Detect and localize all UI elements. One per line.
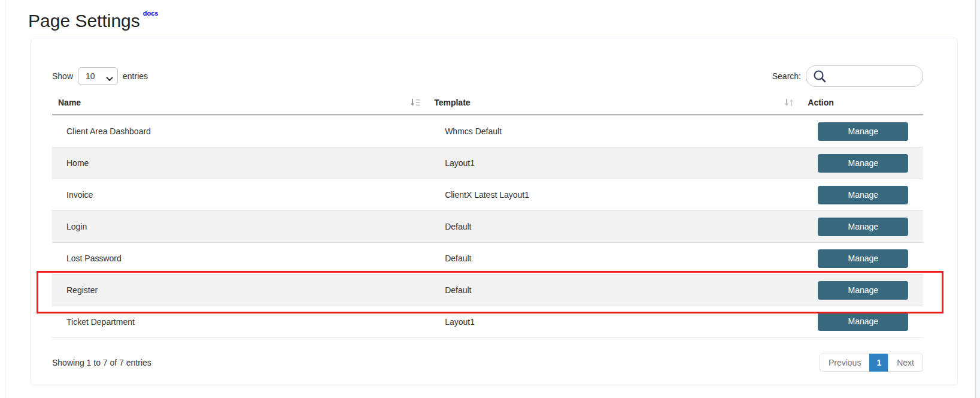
manage-button[interactable]: Manage xyxy=(818,122,908,141)
pages-table: Name Template xyxy=(52,91,923,337)
page-right-edge xyxy=(975,0,980,398)
table-footer: Showing 1 to 7 of 7 entries Previous 1 N… xyxy=(52,354,923,372)
manage-button[interactable]: Manage xyxy=(818,249,908,268)
show-label: Show xyxy=(52,71,73,81)
search-control: Search: xyxy=(772,65,923,87)
manage-button[interactable]: Manage xyxy=(818,312,908,331)
table-row-home: Home Layout1 Manage xyxy=(52,147,923,179)
cell-name: Invoice xyxy=(52,190,423,200)
cell-template: ClientX Latest Layout1 xyxy=(423,190,796,200)
table-row-login: Login Default Manage xyxy=(52,210,923,242)
search-label: Search: xyxy=(772,71,801,81)
table-row-lost-password: Lost Password Default Manage xyxy=(52,242,923,274)
cell-template: Layout1 xyxy=(423,158,796,168)
pagination: Previous 1 Next xyxy=(820,354,923,372)
show-entries-control: Show 10 entries xyxy=(52,67,148,85)
page-settings-screen: Page Settingsdocs Show 10 entries Search… xyxy=(0,0,980,398)
cell-name: Client Area Dashboard xyxy=(52,126,423,136)
page-title: Page Settings xyxy=(28,11,140,31)
cell-template: Default xyxy=(423,254,796,263)
cell-template: Layout1 xyxy=(423,317,796,327)
search-box xyxy=(806,65,923,87)
column-header-name[interactable]: Name xyxy=(52,98,423,107)
table-controls: Show 10 entries Search: xyxy=(52,65,923,87)
pagination-previous-button[interactable]: Previous xyxy=(820,354,870,372)
sort-amount-desc-icon xyxy=(410,98,420,107)
manage-button[interactable]: Manage xyxy=(818,281,908,300)
cell-name: Ticket Department xyxy=(52,317,423,327)
pagination-next-button[interactable]: Next xyxy=(888,354,923,372)
page-left-edge xyxy=(5,0,5,398)
manage-button[interactable]: Manage xyxy=(818,154,908,173)
column-header-template[interactable]: Template xyxy=(423,98,796,107)
table-row-ticket-department: Ticket Department Layout1 Manage xyxy=(52,306,923,337)
column-header-action[interactable]: Action xyxy=(796,98,923,107)
pagination-page-1-button[interactable]: 1 xyxy=(869,354,888,372)
page-settings-card: Show 10 entries Search: xyxy=(31,38,958,385)
cell-template: Default xyxy=(423,285,796,295)
page-header: Page Settingsdocs xyxy=(28,11,158,31)
docs-link[interactable]: docs xyxy=(143,10,159,17)
cell-template: Default xyxy=(423,222,796,231)
entries-summary: Showing 1 to 7 of 7 entries xyxy=(52,358,151,367)
entries-per-page-select[interactable]: 10 xyxy=(78,67,118,85)
table-row-client-area-dashboard: Client Area Dashboard Whmcs Default Mana… xyxy=(52,115,923,147)
table-header-row: Name Template xyxy=(52,91,923,115)
table-row-register: Register Default Manage xyxy=(52,274,923,306)
cell-name: Lost Password xyxy=(52,254,423,263)
manage-button[interactable]: Manage xyxy=(818,218,908,236)
cell-name: Login xyxy=(52,222,423,231)
entries-label: entries xyxy=(123,71,148,81)
search-input[interactable] xyxy=(806,65,923,87)
entries-select-wrap: 10 xyxy=(78,67,118,85)
sort-unsorted-icon xyxy=(784,98,794,107)
cell-name: Register xyxy=(52,285,423,295)
table-row-invoice: Invoice ClientX Latest Layout1 Manage xyxy=(52,179,923,210)
cell-template: Whmcs Default xyxy=(423,126,796,136)
cell-name: Home xyxy=(52,158,423,168)
manage-button[interactable]: Manage xyxy=(818,186,908,204)
